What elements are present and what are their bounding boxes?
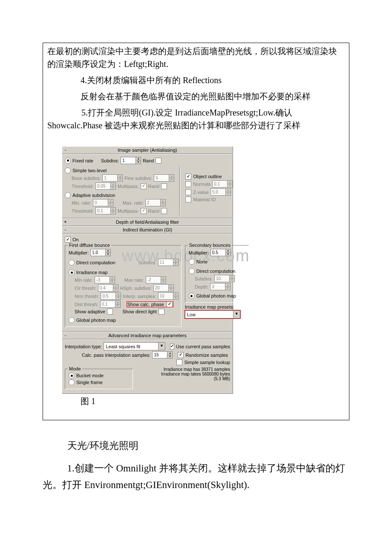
multipass-label: Multipass: <box>118 184 139 189</box>
base-subdivs-label: Base subdivs: <box>72 176 101 181</box>
single-frame-radio[interactable] <box>69 379 75 385</box>
threshold2-input[interactable]: 0.1▲▼ <box>95 207 116 214</box>
show-calc-highlight: Show calc. phase <box>127 301 173 307</box>
multiplier2-label: Multiplier: <box>189 250 209 255</box>
object-outline-label: Object outline <box>193 174 222 179</box>
rollout-gi-title[interactable]: - Indirect illumination (GI) <box>62 226 233 234</box>
rollout-dof-title[interactable]: + Depth of field/Antialiasing filter <box>62 218 233 226</box>
direct-comp-radio[interactable] <box>69 260 75 266</box>
material-id-checkbox[interactable] <box>185 197 191 202</box>
chevron-down-icon: ▼ <box>233 311 240 318</box>
multiplier1-input[interactable]: 1.0▲▼ <box>90 249 111 256</box>
dc2-subdivs-input[interactable]: 10▲▼ <box>214 275 235 282</box>
show-calc-label: Show calc. phase <box>127 301 164 306</box>
rand-checkbox[interactable] <box>156 158 161 164</box>
collapse-icon: - <box>64 332 67 338</box>
fixed-rate-radio[interactable] <box>65 158 71 164</box>
randomize-checkbox[interactable] <box>178 352 184 358</box>
bucket-label: Bucket mode <box>76 373 104 378</box>
show-adaptive-checkbox[interactable] <box>107 309 113 315</box>
multipass2-label: Multipass: <box>118 208 139 214</box>
simple-lookup-label: Simple sample lookup <box>184 360 230 365</box>
figure-label: 图 1 <box>62 394 343 414</box>
clrthresh-label: Clr thresh: <box>75 286 96 291</box>
dc-subdivs-input[interactable]: 11▲▼ <box>158 259 179 266</box>
adaptive-radio[interactable] <box>65 192 71 198</box>
max-rate-label: Max. rate: <box>123 200 144 205</box>
normals-input[interactable]: 0.1▲▼ <box>212 180 233 188</box>
show-direct-checkbox[interactable] <box>159 309 164 315</box>
below-paragraph: 1.创建一个 Omnilight 并将其关闭。这样就去掉了场景中缺省的灯光。打开… <box>43 460 349 493</box>
presets-label: Irradiance map presets: <box>185 304 249 309</box>
zvalue-label: Z-value <box>193 190 209 195</box>
rand3-label: Rand <box>148 208 159 214</box>
gi-on-checkbox[interactable] <box>65 237 71 243</box>
object-outline-checkbox[interactable] <box>185 173 191 179</box>
presets-dropdown[interactable]: Low ▼ <box>185 310 240 318</box>
interp-type-dropdown[interactable]: Least squares fit ▼ <box>104 342 165 350</box>
maxrate-input[interactable]: -2▲▼ <box>146 276 166 283</box>
global-photon-label: Global photon map <box>76 318 116 323</box>
paragraph-3: 反射会在基于颜色临界值设定的光照贴图中增加不必要的采样 <box>43 88 349 104</box>
global-photon-radio[interactable] <box>69 317 75 323</box>
depth-label: Depth: <box>195 284 208 289</box>
multipass-checkbox[interactable] <box>141 183 147 189</box>
normals-label: Normals <box>193 182 210 187</box>
direct-comp2-label: Direct computation <box>196 269 236 274</box>
secondary-bounces-group: Secondary bounces Multiplier: 0.5▲▼ None… <box>185 245 249 303</box>
show-calc-checkbox[interactable] <box>167 301 173 307</box>
min-rate-input[interactable]: 0▲▼ <box>93 199 113 206</box>
nrmthresh-label: Nrm thresh: <box>75 294 99 299</box>
mode-group: Mode Bucket mode Single frame <box>65 369 133 389</box>
use-current-checkbox[interactable] <box>170 344 174 350</box>
fixed-subdivs-input[interactable]: 1▲▼ <box>121 157 141 164</box>
rollout-adv-body: Interpolation type: Least squares fit ▼ … <box>62 339 233 394</box>
multiplier2-input[interactable]: 0.5▲▼ <box>210 249 231 256</box>
direct-comp2-radio[interactable] <box>189 268 195 274</box>
interp-input[interactable]: 10▲▼ <box>158 292 179 300</box>
irr-map-radio[interactable] <box>69 269 75 275</box>
global-photon2-radio[interactable] <box>189 293 195 299</box>
presets-row: Irradiance map presets: Low ▼ <box>185 304 249 318</box>
material-id-label: Material ID <box>193 197 216 202</box>
rollout-adv-title[interactable]: - Advanced irradiance map parameters <box>62 332 233 339</box>
simple-two-level-label: Simple two-level <box>72 168 107 173</box>
rollout-antialiasing-title[interactable]: - Image sampler (Antialiasing) <box>62 146 233 154</box>
simple-lookup-checkbox[interactable] <box>176 359 182 365</box>
multipass2-checkbox[interactable] <box>141 208 147 214</box>
use-current-label: Use current pass samples <box>176 344 230 349</box>
dc-subdivs-label: Subdivs: <box>138 260 156 265</box>
fine-subdivs-input[interactable]: 5▲▼ <box>154 174 174 182</box>
zvalue-input[interactable]: 5.0▲▼ <box>210 188 231 196</box>
rand3-checkbox[interactable] <box>161 208 167 214</box>
simple-two-level-radio[interactable] <box>65 168 71 173</box>
minrate-label: Min rate: <box>75 278 93 283</box>
clrthresh-input[interactable]: 0.4▲▼ <box>98 284 118 292</box>
max-rate-input[interactable]: 2▲▼ <box>145 199 166 206</box>
depth-input[interactable]: 3▲▼ <box>210 283 231 290</box>
none-radio[interactable] <box>189 259 195 265</box>
rand-checkbox-2[interactable] <box>161 183 167 189</box>
fixed-rate-label: Fixed rate <box>72 158 93 163</box>
hsph-input[interactable]: 20▲▼ <box>153 284 174 292</box>
rollout-antialiasing-body: Fixed rate Subdivs: 1▲▼ Rand Simple two-… <box>62 154 233 218</box>
calc-pass-input[interactable]: 15▲▼ <box>152 351 173 358</box>
normals-checkbox[interactable] <box>185 181 191 187</box>
dc2-subdivs-label: Subdivs: <box>195 276 213 281</box>
base-subdivs-input[interactable]: 1▲▼ <box>102 174 123 182</box>
rand-label-2: Rand <box>148 184 159 189</box>
info-samples: Irradiance map has 38371 samples <box>136 367 230 372</box>
distthresh-input[interactable]: 0.1▲▼ <box>100 301 121 308</box>
minrate-input[interactable]: -3▲▼ <box>95 276 115 283</box>
hsph-label: HSph. subdivs: <box>120 286 152 291</box>
expand-icon: + <box>64 219 67 225</box>
rollout-gi-body: www.bdocx.com On First diffuse bounce Mu… <box>62 234 233 332</box>
single-frame-label: Single frame <box>76 380 103 385</box>
bucket-radio[interactable] <box>69 373 75 379</box>
fine-subdivs-label: Fine subdivs: <box>124 176 152 181</box>
threshold-input[interactable]: 0.05▲▼ <box>95 182 116 190</box>
show-direct-label: Show direct light <box>122 309 157 314</box>
paragraph-4: 5.打开全局照明(GI).设定 IrradianceMapPresetsgt;L… <box>43 104 349 133</box>
zvalue-checkbox[interactable] <box>185 189 191 195</box>
nrmthresh-input[interactable]: 0.5▲▼ <box>101 292 121 300</box>
